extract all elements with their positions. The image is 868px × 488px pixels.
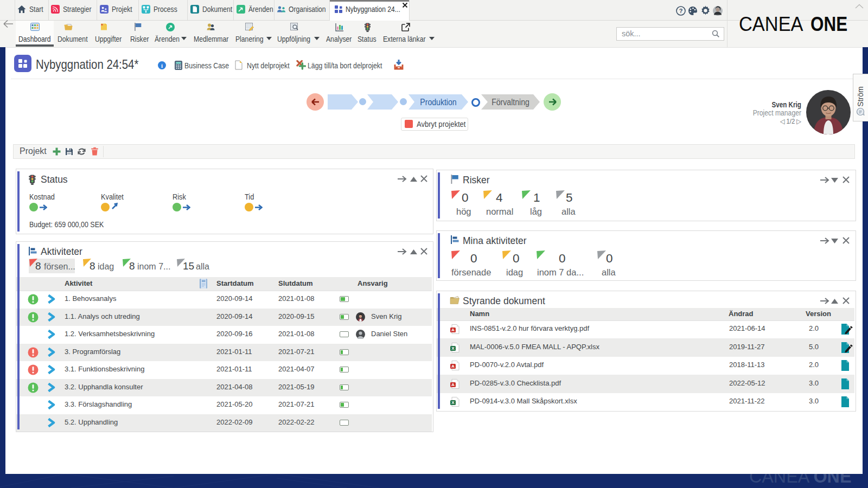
svg-text:X: X [451, 346, 455, 351]
svg-text:A: A [451, 382, 455, 387]
svg-text:i: i [161, 62, 163, 69]
svg-text:X: X [451, 400, 455, 405]
svg-text:?: ? [679, 8, 683, 14]
svg-text:A: A [451, 364, 455, 369]
svg-text:A: A [451, 328, 455, 332]
